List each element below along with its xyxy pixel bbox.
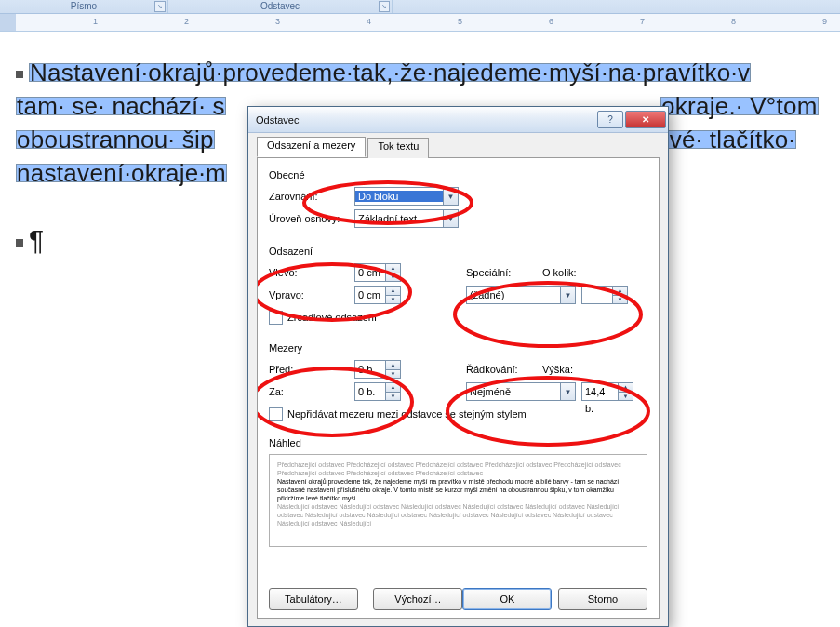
section-indentation: Odsazení Vlevo: 0 cm ▲▼ Speciální: O kol… — [269, 246, 647, 327]
spinner-value[interactable]: 14,4 b. — [582, 383, 618, 400]
ribbon-group-label: Odstavec — [260, 1, 300, 11]
ruler-number: 4 — [367, 17, 371, 26]
space-after-label: Za: — [269, 386, 354, 397]
spin-down-icon[interactable]: ▼ — [386, 273, 400, 282]
space-before-label: Před: — [269, 364, 354, 375]
selected-text[interactable]: okraje.· V°tom — [660, 97, 819, 115]
ruler-number: 7 — [640, 17, 645, 26]
section-heading: Mezery — [269, 342, 647, 354]
chevron-down-icon[interactable]: ▼ — [560, 287, 575, 303]
outline-level-select[interactable]: Základní text ▼ — [354, 209, 459, 228]
ruler-left-margin[interactable] — [0, 14, 16, 31]
tabs-button[interactable]: Tabulátory… — [269, 588, 358, 610]
outline-level-label: Úroveň osnovy: — [269, 213, 354, 224]
indent-by-label: O kolik: — [542, 267, 598, 278]
tab-indents-spacing[interactable]: Odsazení a mezery — [257, 137, 366, 157]
preview-box: Předcházející odstavec Předcházející ods… — [269, 454, 647, 547]
indent-by-spinner[interactable]: ▲▼ — [581, 286, 628, 304]
button-label: OK — [500, 594, 514, 605]
ruler-number: 2 — [184, 17, 189, 26]
button-label: Výchozí… — [394, 594, 441, 605]
alignment-select[interactable]: Do bloku ▼ — [354, 187, 459, 206]
spinner-value[interactable]: 0 cm — [355, 287, 385, 303]
spinner-value[interactable]: 0 b. — [355, 361, 385, 378]
alignment-label: Zarovnání: — [269, 191, 354, 202]
section-preview: Náhled Předcházející odstavec Předcházej… — [269, 437, 647, 547]
chevron-down-icon[interactable]: ▼ — [443, 188, 458, 205]
preview-context-text: Předcházející odstavec Předcházející ods… — [277, 460, 639, 477]
paragraph-dialog: Odstavec ? ✕ Odsazení a mezery Tok textu… — [247, 106, 669, 627]
selected-text[interactable]: levé· tlačítko· — [649, 130, 796, 149]
spin-up-icon[interactable]: ▲ — [386, 287, 400, 296]
space-before-spinner[interactable]: 0 b. ▲▼ — [354, 360, 401, 379]
dialog-body: Odsazení a mezery Tok textu Obecné Zarov… — [257, 137, 660, 618]
ribbon-group-font: Písmo ↘ — [0, 0, 168, 13]
ribbon-groups: Písmo ↘ Odstavec ↘ — [0, 0, 840, 14]
selected-text[interactable]: nastavení·okraje·m — [16, 164, 227, 182]
mirror-indents-checkbox[interactable] — [269, 311, 283, 325]
section-spacing: Mezery Před: 0 b. ▲▼ Řádkování: Výška: Z… — [269, 342, 647, 424]
select-value: Nejméně — [467, 386, 560, 397]
spin-down-icon[interactable]: ▼ — [613, 296, 627, 304]
tab-label: Odsazení a mezery — [267, 140, 355, 151]
spin-up-icon[interactable]: ▲ — [613, 287, 627, 296]
indent-right-spinner[interactable]: 0 cm ▲▼ — [354, 286, 401, 304]
line-spacing-at-spinner[interactable]: 14,4 b. ▲▼ — [581, 382, 633, 401]
indent-left-label: Vlevo: — [269, 267, 354, 278]
spin-up-icon[interactable]: ▲ — [386, 361, 400, 370]
spin-down-icon[interactable]: ▼ — [386, 393, 400, 401]
indent-right-label: Vpravo: — [269, 289, 354, 300]
ok-button[interactable]: OK — [462, 588, 552, 610]
no-space-same-style-checkbox[interactable] — [269, 407, 283, 421]
select-value: Základní text — [355, 213, 443, 224]
preview-body-text: Nastavení okrajů provedeme tak, že najed… — [277, 477, 639, 502]
button-label: Storno — [588, 594, 618, 605]
chevron-down-icon[interactable]: ▼ — [560, 383, 575, 400]
list-bullet-icon — [16, 239, 23, 247]
select-value: (žádné) — [467, 289, 560, 300]
ruler-number: 8 — [731, 17, 736, 26]
space-after-spinner[interactable]: 0 b. ▲▼ — [354, 382, 401, 401]
section-general: Obecné Zarovnání: Do bloku ▼ Úroveň osno… — [269, 169, 647, 229]
line-spacing-label: Řádkování: — [466, 364, 542, 375]
spin-down-icon[interactable]: ▼ — [386, 296, 400, 304]
selected-text[interactable]: Nastavení·okrajů·provedeme·tak,·že·najed… — [29, 63, 751, 82]
dialog-launcher-icon[interactable]: ↘ — [154, 1, 166, 12]
line-spacing-select[interactable]: Nejméně ▼ — [466, 382, 576, 401]
chevron-down-icon[interactable]: ▼ — [443, 210, 458, 227]
horizontal-ruler[interactable]: 1 2 3 4 5 6 7 8 9 — [0, 14, 840, 32]
cancel-button[interactable]: Storno — [558, 588, 647, 610]
dialog-titlebar[interactable]: Odstavec ? ✕ — [248, 107, 668, 133]
spin-up-icon[interactable]: ▲ — [386, 264, 400, 273]
close-button[interactable]: ✕ — [625, 111, 666, 128]
dialog-footer: Tabulátory… Výchozí… OK Storno — [269, 588, 647, 610]
ruler-number: 5 — [458, 17, 462, 26]
special-indent-select[interactable]: (žádné) ▼ — [466, 286, 576, 304]
spin-down-icon[interactable]: ▼ — [386, 370, 400, 379]
section-heading: Obecné — [269, 169, 647, 180]
selected-text[interactable]: tam· se· nachází· s — [16, 97, 226, 115]
button-label: Tabulátory… — [285, 594, 342, 605]
indent-left-spinner[interactable]: 0 cm ▲▼ — [354, 263, 401, 282]
pilcrow-mark: ¶ — [29, 224, 44, 255]
dialog-title: Odstavec — [256, 114, 299, 126]
ribbon-group-label: Písmo — [71, 1, 97, 11]
spin-down-icon[interactable]: ▼ — [619, 393, 633, 401]
help-button[interactable]: ? — [597, 111, 623, 128]
ribbon-group-paragraph: Odstavec ↘ — [168, 0, 393, 13]
tab-label: Tok textu — [378, 140, 419, 152]
ruler-number: 6 — [549, 17, 553, 26]
default-button[interactable]: Výchozí… — [373, 588, 462, 610]
selected-text[interactable]: oboustrannou· šip — [16, 130, 215, 149]
spin-up-icon[interactable]: ▲ — [386, 383, 400, 393]
spinner-value[interactable]: 0 b. — [355, 383, 385, 400]
tab-line-breaks[interactable]: Tok textu — [367, 138, 429, 158]
spin-up-icon[interactable]: ▲ — [619, 383, 633, 393]
document-page[interactable]: Nastavení·okrajů·provedeme·tak,·že·najed… — [0, 32, 840, 627]
dialog-launcher-icon[interactable]: ↘ — [379, 1, 390, 12]
list-bullet-icon — [16, 71, 23, 78]
spinner-value[interactable]: 0 cm — [355, 264, 385, 281]
mirror-indents-label: Zrcadlové odsazení — [287, 312, 377, 323]
preview-context-text: Následující odstavec Následující odstave… — [277, 502, 639, 527]
spinner-value[interactable] — [582, 287, 612, 303]
